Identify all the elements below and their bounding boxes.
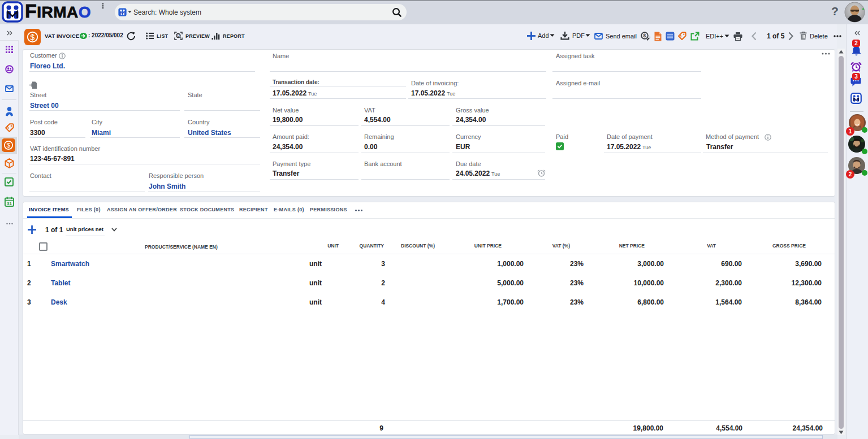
svg-text:$: $ [31, 33, 35, 42]
svg-text:31: 31 [7, 201, 12, 206]
svg-text:$: $ [643, 32, 646, 38]
svg-text:Q: Q [177, 33, 180, 38]
svg-text:$: $ [7, 142, 11, 149]
